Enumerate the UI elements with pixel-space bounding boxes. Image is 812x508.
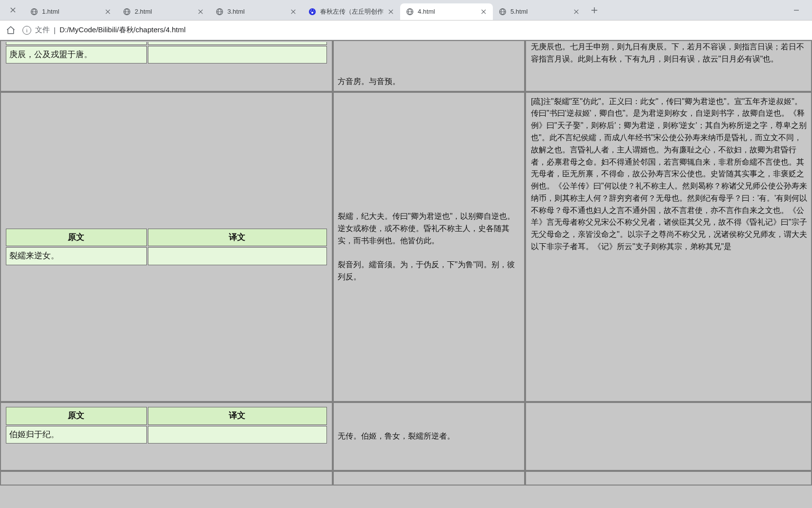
table-row: 原文译文伯姬归于纪。 <box>0 402 333 471</box>
tab-favicon <box>30 8 38 16</box>
annotation-right <box>525 402 812 471</box>
tab-label: 5.html <box>510 8 569 15</box>
close-icon <box>105 9 110 14</box>
tab-label: 春秋左传（左丘明创作 <box>320 7 384 16</box>
commentary-mid <box>333 471 525 486</box>
tab-label: 2.html <box>135 8 193 15</box>
tab-close-button[interactable] <box>573 8 580 15</box>
tab-label: 4.html <box>418 8 476 15</box>
tab-label: 3.html <box>227 8 286 15</box>
commentary-mid: 方音房。与音预。 <box>333 40 525 92</box>
url-separator: | <box>54 26 56 34</box>
cell-yiwen <box>148 42 327 45</box>
tab-favicon <box>499 8 507 16</box>
source-translation-table: 原文译文伯姬归于纪。 <box>5 406 328 444</box>
commentary-text: 无传。伯姬，鲁女，裂繻所逆者。 <box>338 430 455 443</box>
close-icon <box>198 9 203 14</box>
close-icon <box>291 9 296 14</box>
tab-favicon <box>123 8 131 16</box>
commentary-mid: 无传。伯姬，鲁女，裂繻所逆者。 <box>333 402 525 471</box>
annotation-right <box>525 471 812 486</box>
close-icon <box>10 7 16 13</box>
annotation-right: 无庚辰也。七月壬申朔，则九日有庚辰。下，若月不容误，则指言日误；若日不容指言月误… <box>525 40 812 92</box>
tab-favicon <box>406 8 414 16</box>
cell-yuanwen: 裂繻来逆女。 <box>6 247 147 265</box>
minimize-button[interactable] <box>786 3 807 18</box>
commentary-mid: 裂繻，纪大夫。传曰"卿为君逆也"，以别卿自逆也。逆女或称使，或不称使。昏礼不称主… <box>333 92 525 402</box>
page-content[interactable]: 庚辰，公及戎盟于唐。 方音房。与音预。无庚辰也。七月壬申朔，则九日有庚辰。下，若… <box>0 40 812 508</box>
table-row <box>0 471 333 486</box>
cell-yiwen <box>148 46 327 64</box>
commentary-text: 方音房。与音预。 <box>338 76 520 88</box>
cell-yuanwen: 庚辰，公及戎盟于唐。 <box>6 46 147 64</box>
table-row: 庚辰，公及戎盟于唐。 <box>0 40 333 92</box>
column-header-yiwen: 译文 <box>148 407 327 424</box>
cell-yuanwen <box>6 42 147 45</box>
url-path: D:/MyCode/Bilibili/春秋/chapters/4.html <box>60 25 185 35</box>
column-header-yuanwen: 原文 <box>6 229 147 246</box>
tab-close-button[interactable] <box>197 8 204 15</box>
tab-close-button[interactable] <box>290 8 297 15</box>
annotation-text: [疏]注"裂繻"至"仿此"。正义曰：此女"，传曰"卿为君逆也"。宣"五年齐逆叔姬… <box>531 96 808 253</box>
browser-tab-4[interactable]: 4.html <box>400 3 493 20</box>
source-translation-table: 原文译文裂繻来逆女。 <box>5 228 328 266</box>
cell-yiwen <box>148 247 327 265</box>
browser-tab-5[interactable]: 5.html <box>493 3 586 20</box>
url-scheme-label: 文件 <box>35 25 50 35</box>
tab-favicon <box>216 8 223 16</box>
source-translation-table: 庚辰，公及戎盟于唐。 <box>5 41 328 64</box>
table-row: 原文译文裂繻来逆女。 <box>0 92 333 402</box>
home-button[interactable] <box>5 24 17 36</box>
cell-yuanwen: 伯姬归于纪。 <box>6 426 147 444</box>
tab-favicon <box>308 8 316 16</box>
info-icon: i <box>22 26 31 35</box>
address-bar: i 文件 | D:/MyCode/Bilibili/春秋/chapters/4.… <box>0 21 812 40</box>
browser-tab-1[interactable]: 2.html <box>117 3 210 20</box>
address-field[interactable]: i 文件 | D:/MyCode/Bilibili/春秋/chapters/4.… <box>22 25 807 35</box>
new-tab-button[interactable] <box>588 3 601 17</box>
browser-tab-0[interactable]: 1.html <box>24 3 117 20</box>
close-icon <box>388 9 393 14</box>
browser-tab-3[interactable]: 春秋左传（左丘明创作 <box>303 3 400 20</box>
column-header-yuanwen: 原文 <box>6 407 147 424</box>
close-icon <box>574 9 579 14</box>
minimize-icon <box>793 7 799 13</box>
tab-close-button[interactable] <box>387 8 394 15</box>
annotation-text: 无庚辰也。七月壬申朔，则九日有庚辰。下，若月不容误，则指言日误；若日不容指言月误… <box>531 41 808 65</box>
plus-icon <box>591 7 598 14</box>
tab-close-button[interactable] <box>480 8 487 15</box>
column-header-yiwen: 译文 <box>148 229 327 246</box>
commentary-text: 裂繻，纪大夫。传曰"卿为君逆也"，以别卿自逆也。逆女或称使，或不称使。昏礼不称主… <box>338 211 520 283</box>
tab-label: 1.html <box>42 8 101 15</box>
window-controls <box>786 3 812 18</box>
home-icon <box>6 25 16 35</box>
browser-tab-2[interactable]: 3.html <box>210 3 303 20</box>
tab-close-button[interactable] <box>104 8 111 15</box>
close-icon <box>481 9 486 14</box>
browser-tab-bar: 1.html2.html3.html春秋左传（左丘明创作4.html5.html <box>0 0 812 21</box>
tab-close-leading[interactable] <box>0 7 24 13</box>
cell-yiwen <box>148 426 327 444</box>
annotation-right: [疏]注"裂繻"至"仿此"。正义曰：此女"，传曰"卿为君逆也"。宣"五年齐逆叔姬… <box>525 92 812 402</box>
